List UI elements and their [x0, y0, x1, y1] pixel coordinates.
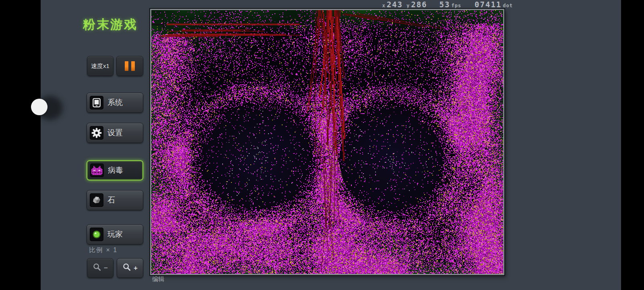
- magnifier-minus-icon: [93, 263, 102, 273]
- letterbox-left: [0, 0, 41, 290]
- gear-icon: [90, 126, 103, 140]
- speed-button[interactable]: 速度x1: [87, 56, 114, 76]
- zoom-out-button[interactable]: −: [87, 258, 114, 278]
- zoom-in-button[interactable]: +: [117, 258, 143, 278]
- magnifier-plus-icon: [122, 263, 132, 273]
- pause-icon: [131, 61, 135, 71]
- fps-value: 53: [440, 0, 450, 9]
- powder-game-app: 粉末游戏 x243 y286 53fps 07411dot 速度x1 系统: [0, 0, 644, 290]
- sidebar-item-virus[interactable]: 病毒: [87, 160, 143, 180]
- scale-label: 比例 × 1: [89, 246, 118, 255]
- sidebar-item-label: 设置: [107, 128, 123, 138]
- virus-icon: [90, 164, 104, 177]
- sidebar-item-settings[interactable]: 设置: [87, 123, 143, 143]
- pause-button[interactable]: [116, 56, 143, 76]
- letterbox-right: [621, 0, 644, 290]
- edit-label: 编辑: [152, 276, 164, 283]
- speed-label: 速度x1: [91, 62, 109, 70]
- dot-counter: 07411dot: [475, 0, 514, 9]
- coord-x-value: 243: [387, 0, 403, 9]
- coord-y-label: y: [407, 3, 410, 8]
- dot-value: 07411: [475, 0, 502, 9]
- sidebar-item-system[interactable]: 系统: [87, 93, 143, 113]
- zoom-in-sign: +: [134, 264, 138, 272]
- sidebar-item-stone[interactable]: 石: [87, 190, 143, 210]
- sidebar-item-player[interactable]: 玩家: [87, 224, 143, 244]
- floating-assistive-handle[interactable]: [31, 99, 47, 115]
- sidebar-item-label: 系统: [107, 97, 123, 108]
- fps-unit: fps: [451, 3, 461, 8]
- coord-x-label: x: [382, 3, 385, 8]
- zoom-out-sign: −: [104, 264, 108, 272]
- sidebar-item-label: 石: [107, 195, 115, 205]
- device-icon: [90, 96, 103, 110]
- simulation-frame: [150, 9, 504, 275]
- status-bar: x243 y286 53fps 07411dot: [381, 0, 514, 9]
- sidebar-item-label: 玩家: [107, 229, 123, 240]
- cursor-coordinates: x243 y286: [381, 0, 427, 9]
- dot-unit: dot: [503, 3, 513, 8]
- simulation-canvas[interactable]: [151, 10, 503, 274]
- game-title: 粉末游戏: [83, 16, 147, 33]
- stone-icon: [90, 193, 103, 207]
- coord-y-value: 286: [411, 0, 427, 9]
- player-icon: [90, 228, 103, 241]
- pause-icon: [125, 61, 128, 71]
- fps-counter: 53fps: [440, 0, 463, 9]
- sidebar-item-label: 病毒: [108, 165, 123, 176]
